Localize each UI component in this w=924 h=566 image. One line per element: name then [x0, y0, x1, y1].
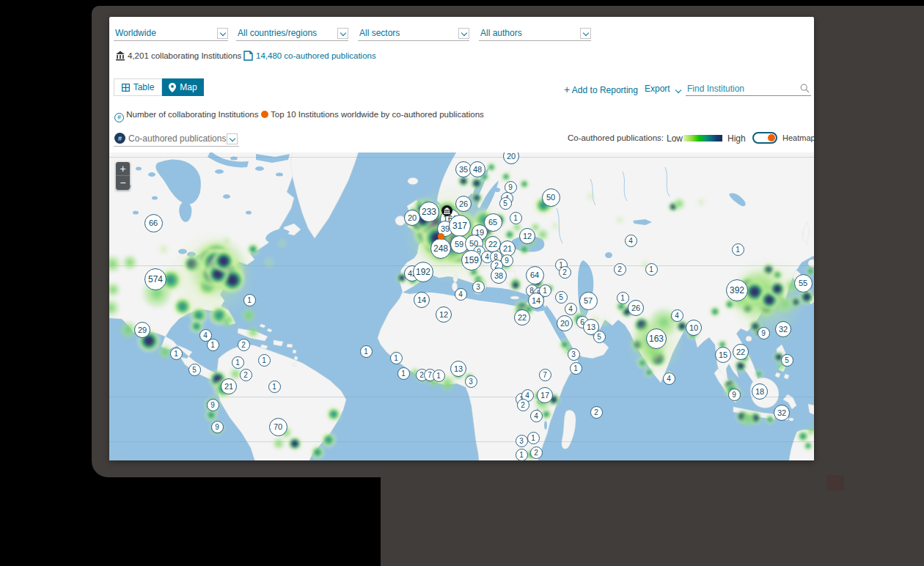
- filter-chevron-box[interactable]: [458, 28, 469, 39]
- map-marker[interactable]: 1: [232, 356, 244, 369]
- find-institution-input[interactable]: Find Institution: [686, 81, 811, 96]
- map-marker[interactable]: 1: [268, 381, 281, 393]
- map-marker[interactable]: 65: [484, 213, 502, 232]
- map-marker[interactable]: 29: [134, 322, 150, 338]
- map-marker[interactable]: 5: [499, 197, 512, 210]
- filter-authors[interactable]: All authors: [479, 27, 591, 41]
- map-marker[interactable]: 1: [258, 354, 271, 367]
- zoom-in-button[interactable]: +: [116, 162, 130, 176]
- map-marker[interactable]: 22: [485, 236, 501, 252]
- map-marker[interactable]: 12: [519, 228, 535, 244]
- map-marker[interactable]: 9: [211, 421, 224, 433]
- map-marker[interactable]: 1: [360, 345, 373, 358]
- map-marker[interactable]: 233: [419, 202, 439, 222]
- map-marker[interactable]: 50: [542, 188, 560, 207]
- map-marker[interactable]: 9: [207, 399, 219, 411]
- map-marker[interactable]: 4: [565, 303, 577, 315]
- map-marker[interactable]: 1: [170, 348, 183, 360]
- map-marker[interactable]: 1: [433, 370, 445, 382]
- world-map[interactable]: 6657412915412112121997035482094550262332…: [109, 152, 814, 460]
- selected-institution-marker[interactable]: [441, 205, 452, 216]
- map-marker[interactable]: 4: [625, 235, 637, 247]
- metric-chevron-box[interactable]: [227, 133, 238, 144]
- map-marker[interactable]: 1: [732, 243, 744, 256]
- map-marker[interactable]: 20: [557, 315, 573, 331]
- map-marker[interactable]: 3: [472, 281, 485, 293]
- map-marker[interactable]: 10: [686, 320, 702, 336]
- map-marker[interactable]: 574: [144, 268, 166, 290]
- map-marker[interactable]: 1: [390, 352, 403, 364]
- map-marker[interactable]: 20: [404, 210, 420, 226]
- metric-select[interactable]: # Co-authored publications: [114, 132, 239, 147]
- map-marker[interactable]: 55: [794, 274, 813, 293]
- tab-map[interactable]: Map: [162, 78, 204, 96]
- map-marker[interactable]: 9: [758, 327, 770, 339]
- heatmap-toggle[interactable]: [752, 132, 777, 144]
- filter-chevron-box[interactable]: [217, 28, 228, 39]
- map-marker[interactable]: 2: [238, 339, 250, 351]
- add-to-reporting-button[interactable]: + Add to Reporting: [564, 84, 638, 95]
- map-marker[interactable]: 3: [465, 375, 477, 388]
- map-marker[interactable]: 1: [397, 367, 410, 380]
- map-marker[interactable]: 1: [516, 449, 528, 461]
- map-marker[interactable]: 38: [491, 268, 507, 284]
- map-marker[interactable]: 21: [221, 378, 237, 394]
- map-marker[interactable]: 22: [514, 309, 530, 326]
- top10-institution-marker[interactable]: [438, 233, 444, 240]
- map-marker[interactable]: 17: [537, 387, 553, 403]
- map-marker[interactable]: 2: [530, 446, 543, 459]
- map-marker[interactable]: 1: [570, 362, 582, 375]
- map-marker[interactable]: 192: [413, 262, 433, 282]
- map-marker[interactable]: 4: [455, 288, 467, 301]
- map-marker[interactable]: 7: [539, 369, 551, 381]
- filter-countries[interactable]: All countries/regions: [236, 27, 348, 41]
- map-marker[interactable]: 5: [555, 291, 568, 304]
- map-marker[interactable]: 32: [774, 405, 790, 421]
- map-marker[interactable]: 248: [430, 238, 451, 259]
- map-marker[interactable]: 5: [781, 354, 793, 367]
- map-marker[interactable]: 4: [663, 372, 675, 385]
- filter-scope[interactable]: Worldwide: [114, 27, 228, 41]
- map-marker[interactable]: 14: [414, 292, 430, 308]
- map-marker[interactable]: 70: [269, 418, 287, 436]
- map-marker[interactable]: 1: [617, 292, 629, 304]
- export-button[interactable]: Export: [645, 84, 678, 95]
- map-marker[interactable]: 9: [505, 181, 517, 194]
- filter-chevron-box[interactable]: [337, 28, 348, 39]
- map-marker[interactable]: 1: [645, 263, 658, 276]
- map-marker[interactable]: 2: [517, 399, 529, 411]
- map-marker[interactable]: 48: [469, 161, 485, 177]
- map-marker[interactable]: 5: [593, 331, 606, 343]
- map-marker[interactable]: 9: [728, 389, 741, 401]
- map-marker[interactable]: 18: [752, 383, 768, 400]
- map-marker[interactable]: 2: [614, 263, 626, 276]
- map-marker[interactable]: 15: [715, 347, 731, 363]
- map-marker[interactable]: 317: [449, 215, 471, 237]
- map-marker[interactable]: 64: [526, 266, 544, 284]
- map-marker[interactable]: 5: [188, 364, 201, 376]
- map-marker[interactable]: 12: [436, 306, 452, 323]
- zoom-out-button[interactable]: −: [116, 176, 130, 190]
- map-marker[interactable]: 163: [646, 328, 667, 349]
- map-marker[interactable]: 4: [530, 410, 543, 422]
- map-marker[interactable]: 13: [450, 361, 466, 377]
- filter-sectors[interactable]: All sectors: [358, 27, 469, 41]
- map-marker[interactable]: 57: [579, 292, 598, 310]
- map-marker[interactable]: 2: [559, 266, 571, 279]
- map-marker[interactable]: 1: [527, 432, 540, 444]
- map-marker[interactable]: 4: [671, 309, 683, 322]
- map-marker[interactable]: 26: [628, 300, 644, 316]
- map-marker[interactable]: 26: [455, 196, 472, 212]
- map-marker[interactable]: 1: [510, 212, 522, 224]
- map-marker[interactable]: 3: [516, 435, 528, 447]
- map-marker[interactable]: 1: [207, 339, 219, 351]
- map-marker[interactable]: 392: [726, 279, 748, 301]
- map-marker[interactable]: 14: [528, 293, 544, 309]
- filter-chevron-box[interactable]: [580, 28, 591, 39]
- map-marker[interactable]: 3: [568, 348, 580, 361]
- map-marker[interactable]: 159: [461, 250, 482, 271]
- map-marker[interactable]: 66: [144, 214, 163, 232]
- map-marker[interactable]: 1: [243, 294, 256, 306]
- tab-table[interactable]: Table: [114, 78, 162, 96]
- map-marker[interactable]: 32: [775, 321, 791, 337]
